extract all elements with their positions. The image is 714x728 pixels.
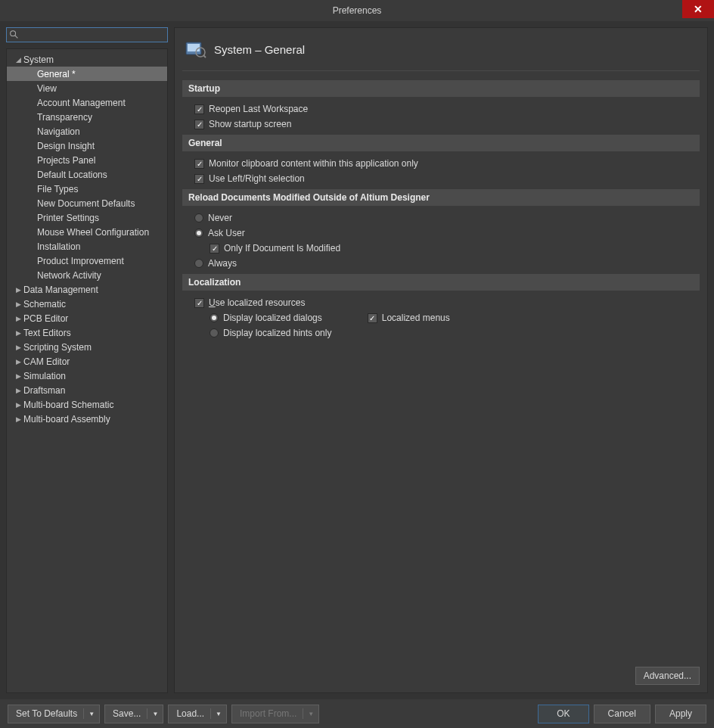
- svg-line-5: [203, 55, 206, 58]
- tree-item-schematic[interactable]: ▶Schematic: [7, 297, 167, 311]
- tree-item-draftsman[interactable]: ▶Draftsman: [7, 383, 167, 397]
- tree-item-product-improvement[interactable]: Product Improvement: [7, 254, 167, 268]
- sidebar: ◢ System General * View Account Manageme…: [6, 27, 168, 693]
- tree-item-account-management[interactable]: Account Management: [7, 95, 167, 110]
- button-label: Apply: [669, 708, 692, 719]
- tree-item-label: Schematic: [23, 299, 66, 310]
- svg-point-0: [11, 30, 16, 36]
- apply-button[interactable]: Apply: [655, 705, 706, 723]
- chevron-down-icon: ▼: [216, 711, 222, 717]
- tree-item-label: Data Management: [23, 285, 98, 295]
- radio-icon: [194, 213, 203, 222]
- tree-item-label: Multi-board Schematic: [23, 400, 113, 410]
- tree-item-label: Projects Panel: [37, 155, 95, 166]
- advanced-button[interactable]: Advanced...: [635, 667, 700, 685]
- option-label: Display localized dialogs: [223, 313, 322, 323]
- option-label: Reopen Last Workspace: [209, 104, 308, 114]
- button-label: Load...: [176, 708, 204, 719]
- import-from-button[interactable]: Import From... ▼: [231, 705, 319, 723]
- option-reopen-last-workspace[interactable]: ✓ Reopen Last Workspace: [182, 101, 700, 117]
- button-label: Import From...: [240, 708, 296, 719]
- cancel-button[interactable]: Cancel: [594, 705, 650, 723]
- option-reload-never[interactable]: Never: [182, 210, 700, 226]
- tree-item-network-activity[interactable]: Network Activity: [7, 268, 167, 282]
- option-label: Never: [208, 213, 232, 223]
- tree-item-printer-settings[interactable]: Printer Settings: [7, 210, 167, 225]
- load-button[interactable]: Load... ▼: [168, 705, 227, 723]
- option-label: Only If Document Is Modified: [224, 243, 340, 254]
- option-label: Show startup screen: [209, 119, 291, 129]
- tree-item-label: Draftsman: [23, 385, 65, 396]
- radio-icon: [194, 259, 203, 268]
- tree-item-new-document-defaults[interactable]: New Document Defaults: [7, 196, 167, 210]
- tree-item-installation[interactable]: Installation: [7, 239, 167, 254]
- option-use-localized-resources[interactable]: ✓ Use localized resources: [182, 295, 700, 310]
- tree-item-system[interactable]: ◢ System: [7, 52, 167, 67]
- tree-item-label: Installation: [37, 241, 80, 252]
- section-header-general: General: [182, 135, 700, 151]
- option-localized-menus[interactable]: ✓ Localized menus: [368, 310, 450, 325]
- tree-item-pcb-editor[interactable]: ▶PCB Editor: [7, 311, 167, 325]
- tree-item-cam-editor[interactable]: ▶CAM Editor: [7, 354, 167, 369]
- tree-item-label: CAM Editor: [23, 356, 70, 367]
- tree-item-data-management[interactable]: ▶Data Management: [7, 282, 167, 297]
- tree-item-transparency[interactable]: Transparency: [7, 110, 167, 124]
- option-label: Localized menus: [382, 313, 450, 323]
- divider: [210, 708, 211, 719]
- tree-item-navigation[interactable]: Navigation: [7, 124, 167, 138]
- search-input[interactable]: [21, 30, 164, 40]
- tree-item-view[interactable]: View: [7, 81, 167, 95]
- svg-line-1: [15, 35, 17, 37]
- set-to-defaults-button[interactable]: Set To Defaults ▼: [8, 705, 100, 723]
- tree-item-file-types[interactable]: File Types: [7, 182, 167, 196]
- tree-item-label: Network Activity: [37, 270, 101, 281]
- tree-item-scripting-system[interactable]: ▶Scripting System: [7, 340, 167, 354]
- checkbox-icon: ✓: [194, 120, 204, 129]
- option-label: Use Left/Right selection: [209, 173, 305, 184]
- tree-item-projects-panel[interactable]: Projects Panel: [7, 153, 167, 167]
- expand-icon: ▶: [13, 286, 23, 294]
- window-title: Preferences: [333, 5, 382, 16]
- option-reload-always[interactable]: Always: [182, 256, 700, 271]
- checkbox-icon: ✓: [194, 104, 204, 114]
- expand-icon: ▶: [13, 387, 23, 394]
- close-button[interactable]: ✕: [682, 0, 714, 18]
- option-only-if-modified[interactable]: ✓ Only If Document Is Modified: [182, 241, 700, 256]
- tree-item-label: View: [37, 83, 57, 94]
- option-reload-ask-user[interactable]: Ask User: [182, 226, 700, 241]
- option-label: Ask User: [208, 228, 245, 238]
- tree-item-multiboard-schematic[interactable]: ▶Multi-board Schematic: [7, 397, 167, 412]
- option-label: Use localized resources: [209, 297, 305, 308]
- page-header: System – General: [182, 34, 700, 71]
- option-label: Always: [208, 258, 237, 269]
- tree-item-default-locations[interactable]: Default Locations: [7, 167, 167, 182]
- option-display-localized-hints-only[interactable]: Display localized hints only: [182, 325, 700, 341]
- search-box[interactable]: [6, 27, 168, 42]
- expand-icon: ▶: [13, 329, 23, 337]
- tree-item-simulation[interactable]: ▶Simulation: [7, 369, 167, 383]
- tree-item-label: Product Improvement: [37, 256, 124, 266]
- save-button[interactable]: Save... ▼: [104, 705, 163, 723]
- section-header-localization: Localization: [182, 274, 700, 291]
- tree-item-multiboard-assembly[interactable]: ▶Multi-board Assembly: [7, 412, 167, 426]
- expand-icon: ▶: [13, 372, 23, 380]
- button-label: Save...: [113, 708, 141, 719]
- tree-item-label: Mouse Wheel Configuration: [37, 227, 149, 238]
- option-display-localized-dialogs[interactable]: Display localized dialogs: [210, 310, 322, 325]
- ok-button[interactable]: OK: [538, 705, 588, 723]
- checkbox-icon: ✓: [194, 159, 204, 169]
- option-use-lr-selection[interactable]: ✓ Use Left/Right selection: [182, 171, 700, 186]
- divider: [147, 708, 147, 719]
- page-title: System – General: [214, 43, 305, 56]
- tree-item-mouse-wheel-configuration[interactable]: Mouse Wheel Configuration: [7, 225, 167, 239]
- option-monitor-clipboard[interactable]: ✓ Monitor clipboard content within this …: [182, 156, 700, 171]
- option-show-startup-screen[interactable]: ✓ Show startup screen: [182, 117, 700, 132]
- checkbox-icon: ✓: [368, 313, 377, 323]
- tree-item-label: General *: [37, 69, 76, 79]
- chevron-down-icon: ▼: [152, 711, 158, 717]
- tree-item-label: PCB Editor: [23, 313, 68, 324]
- tree-item-text-editors[interactable]: ▶Text Editors: [7, 325, 167, 340]
- expand-icon: ▶: [13, 344, 23, 351]
- tree-item-general[interactable]: General *: [7, 67, 167, 81]
- tree-item-design-insight[interactable]: Design Insight: [7, 138, 167, 153]
